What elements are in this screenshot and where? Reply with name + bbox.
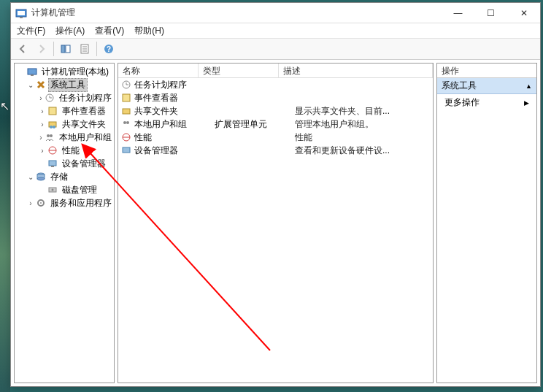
- expand-icon[interactable]: ›: [26, 199, 35, 207]
- svg-rect-11: [28, 69, 36, 74]
- col-name[interactable]: 名称: [118, 64, 199, 77]
- tree-performance[interactable]: › 性能: [15, 144, 114, 157]
- svg-point-28: [37, 177, 45, 180]
- services-icon: [35, 197, 47, 209]
- actions-header: 操作: [437, 64, 536, 78]
- app-icon: [15, 7, 27, 19]
- list-item[interactable]: 设备管理器 查看和更新设备硬件设...: [118, 144, 433, 157]
- users-icon: [120, 118, 132, 130]
- tree-task-scheduler[interactable]: › 任务计划程序: [15, 91, 114, 104]
- collapse-icon[interactable]: ⌄: [26, 173, 35, 181]
- collapse-icon: ▲: [525, 82, 532, 90]
- svg-rect-2: [20, 17, 23, 18]
- tree-storage[interactable]: ⌄ 存储: [15, 170, 114, 183]
- menubar: 文件(F) 操作(A) 查看(V) 帮助(H): [11, 23, 540, 38]
- svg-rect-42: [123, 147, 130, 153]
- tree-shared-folders[interactable]: › 共享文件夹: [15, 118, 114, 131]
- list-pane: 名称 类型 描述 任务计划程序 事件查看器: [118, 63, 434, 383]
- window-title: 计算机管理: [31, 7, 75, 19]
- svg-rect-1: [18, 11, 25, 15]
- properties-button[interactable]: [76, 40, 93, 58]
- expand-icon[interactable]: ›: [38, 120, 47, 128]
- menu-help[interactable]: 帮助(H): [133, 24, 166, 38]
- svg-point-32: [40, 202, 42, 204]
- back-button[interactable]: [14, 40, 31, 58]
- event-icon: [47, 105, 58, 117]
- tree-device-manager[interactable]: 设备管理器: [15, 157, 114, 170]
- tree-local-users[interactable]: › 本地用户和组: [15, 131, 114, 144]
- help-button[interactable]: ?: [100, 40, 118, 58]
- actions-section[interactable]: 系统工具 ▲: [437, 78, 536, 94]
- tree-services-apps[interactable]: › 服务和应用程序: [15, 196, 114, 210]
- minimize-button[interactable]: —: [442, 3, 474, 23]
- device-icon: [120, 145, 132, 156]
- svg-rect-3: [61, 45, 65, 53]
- event-icon: [120, 92, 132, 104]
- svg-rect-16: [49, 107, 56, 115]
- show-hide-tree-button[interactable]: [57, 40, 74, 58]
- svg-rect-25: [51, 166, 54, 167]
- tree-pane: 计算机管理(本地) ⌄ 系统工具 › 任务计划程序 › 事件查看器: [14, 63, 115, 383]
- col-desc[interactable]: 描述: [279, 64, 433, 77]
- titlebar[interactable]: 计算机管理 — ☐ ✕: [11, 3, 540, 23]
- expand-icon[interactable]: ›: [38, 134, 44, 142]
- svg-point-30: [52, 189, 54, 191]
- share-icon: [120, 105, 132, 117]
- maximize-button[interactable]: ☐: [474, 3, 507, 23]
- svg-point-38: [123, 121, 126, 124]
- svg-point-18: [50, 126, 53, 128]
- clock-icon: [44, 92, 55, 104]
- expand-icon[interactable]: ›: [38, 107, 47, 115]
- share-icon: [47, 118, 58, 130]
- chevron-right-icon: ▶: [524, 99, 529, 107]
- col-type[interactable]: 类型: [199, 64, 279, 77]
- svg-rect-36: [123, 94, 130, 101]
- list-item[interactable]: 本地用户和组 扩展管理单元 管理本地用户和组。: [118, 118, 433, 131]
- tree-event-viewer[interactable]: › 事件查看器: [15, 104, 114, 118]
- list-header: 名称 类型 描述: [118, 64, 433, 78]
- svg-point-21: [50, 134, 53, 137]
- svg-rect-12: [31, 74, 34, 76]
- tools-icon: [35, 79, 47, 91]
- tree-root[interactable]: 计算机管理(本地): [15, 65, 114, 78]
- svg-rect-24: [49, 161, 56, 166]
- tree-disk-management[interactable]: 磁盘管理: [15, 183, 114, 196]
- svg-rect-4: [66, 45, 70, 53]
- close-button[interactable]: ✕: [507, 3, 540, 23]
- forward-button[interactable]: [33, 40, 50, 58]
- tree-system-tools[interactable]: ⌄ 系统工具: [15, 78, 114, 91]
- perf-icon: [120, 131, 132, 143]
- content-area: 计算机管理(本地) ⌄ 系统工具 › 任务计划程序 › 事件查看器: [11, 60, 540, 386]
- svg-point-20: [47, 134, 50, 137]
- menu-action[interactable]: 操作(A): [54, 24, 86, 38]
- actions-more[interactable]: 更多操作 ▶: [437, 94, 536, 111]
- list-item[interactable]: 任务计划程序: [118, 78, 433, 91]
- menu-view[interactable]: 查看(V): [93, 24, 126, 38]
- list-item[interactable]: 性能 性能: [118, 131, 433, 144]
- mouse-cursor: ↖: [0, 99, 9, 113]
- collapse-icon[interactable]: ⌄: [26, 81, 35, 89]
- computer-management-window: 计算机管理 — ☐ ✕ 文件(F) 操作(A) 查看(V) 帮助(H) ? 计算…: [10, 2, 541, 387]
- perf-icon: [47, 145, 58, 156]
- actions-pane: 操作 系统工具 ▲ 更多操作 ▶: [436, 63, 537, 383]
- expand-icon[interactable]: ›: [38, 94, 44, 102]
- menu-file[interactable]: 文件(F): [15, 24, 47, 38]
- clock-icon: [120, 79, 132, 91]
- svg-text:?: ?: [107, 45, 111, 53]
- list-body: 任务计划程序 事件查看器 共享文件夹 显示共享文件夹、目前...: [118, 78, 433, 157]
- toolbar: ?: [11, 38, 540, 60]
- disk-icon: [47, 184, 58, 196]
- storage-icon: [35, 171, 47, 182]
- users-icon: [44, 131, 55, 143]
- list-item[interactable]: 共享文件夹 显示共享文件夹、目前...: [118, 104, 433, 118]
- expand-icon[interactable]: ›: [38, 147, 47, 155]
- device-icon: [47, 158, 58, 169]
- svg-rect-37: [123, 109, 130, 114]
- list-item[interactable]: 事件查看器: [118, 91, 433, 104]
- computer-icon: [26, 66, 38, 77]
- svg-point-39: [126, 121, 129, 124]
- desktop-left-strip: [0, 0, 10, 392]
- svg-point-19: [53, 126, 55, 128]
- nav-tree: 计算机管理(本地) ⌄ 系统工具 › 任务计划程序 › 事件查看器: [15, 64, 114, 211]
